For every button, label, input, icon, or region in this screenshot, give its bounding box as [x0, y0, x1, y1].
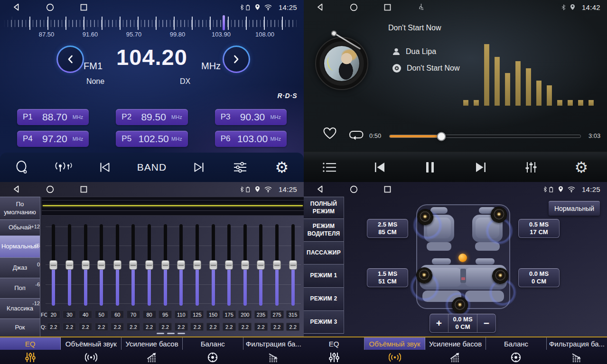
eq-slider-thumb[interactable]: [273, 260, 281, 270]
nav-recents-button[interactable]: [378, 186, 397, 193]
fc-value[interactable]: 150: [206, 310, 220, 318]
mode-driver[interactable]: РЕЖИМ ВОДИТЕЛЯ: [304, 218, 344, 241]
fc-value[interactable]: 50: [95, 310, 108, 318]
q-value[interactable]: 2.2: [111, 323, 124, 331]
tab-balance[interactable]: Баланс: [183, 337, 243, 350]
radio-stations-button[interactable]: [54, 160, 73, 174]
eq-slider-thumb[interactable]: [49, 260, 57, 270]
mode-2[interactable]: РЕЖИМ 2: [304, 287, 344, 310]
eq-band-slider[interactable]: [205, 224, 221, 307]
eq-preset-default[interactable]: По умолчанию: [0, 197, 40, 219]
scan-button[interactable]: [12, 160, 31, 174]
q-value[interactable]: 2.2: [175, 323, 188, 331]
tab-surround-icon-button[interactable]: [61, 350, 121, 364]
settings-button[interactable]: ⚙: [272, 160, 291, 175]
scroll-indicator[interactable]: [157, 333, 185, 334]
previous-track-button[interactable]: [370, 162, 389, 173]
eq-band-slider[interactable]: [285, 224, 301, 307]
tab-surround[interactable]: Объёмный звук: [364, 337, 425, 350]
nav-home-button[interactable]: [344, 3, 363, 11]
previous-station-button[interactable]: [95, 162, 114, 173]
eq-slider-thumb[interactable]: [82, 260, 90, 270]
mode-1[interactable]: РЕЖИМ 1: [304, 264, 344, 287]
fc-value[interactable]: 20: [47, 310, 60, 318]
eq-band-slider[interactable]: [189, 224, 205, 307]
q-value[interactable]: 2.2: [159, 323, 172, 331]
eq-band-slider[interactable]: [269, 224, 285, 307]
repeat-button[interactable]: [348, 129, 364, 142]
delay-front-left-button[interactable]: 2.5 MS 85 CM: [367, 219, 408, 238]
pause-button[interactable]: [420, 161, 439, 173]
nav-recents-button[interactable]: [74, 186, 93, 193]
eq-band-slider[interactable]: [93, 224, 110, 307]
preset-button-p5[interactable]: P5102.50MHz: [116, 131, 187, 147]
eq-slider-thumb[interactable]: [113, 260, 121, 270]
eq-slider-thumb[interactable]: [193, 260, 201, 270]
fc-value[interactable]: 95: [159, 310, 172, 318]
nav-recents-button[interactable]: [74, 4, 93, 11]
nav-home-button[interactable]: [40, 3, 59, 11]
fc-value[interactable]: 175: [223, 310, 236, 318]
delay-front-right-button[interactable]: 0.5 MS 17 CM: [518, 219, 560, 238]
tab-bass-boost[interactable]: Усиление басов: [121, 337, 182, 350]
mode-full[interactable]: ПОЛНЫЙ РЕЖИМ: [304, 197, 344, 218]
eq-band-slider[interactable]: [141, 224, 158, 307]
favorite-button[interactable]: [323, 127, 337, 142]
listening-position-marker[interactable]: [458, 254, 467, 262]
audio-settings-button[interactable]: [522, 161, 541, 173]
next-station-button[interactable]: [189, 162, 208, 173]
progress-thumb[interactable]: [437, 132, 446, 141]
q-value[interactable]: 2.2: [63, 323, 76, 331]
eq-band-slider[interactable]: [173, 224, 189, 307]
eq-preset-jazz[interactable]: Джаз: [0, 257, 40, 278]
preset-button-p1[interactable]: P188.70MHz: [17, 109, 89, 125]
preset-button-p6[interactable]: P6103.00MHz: [215, 131, 287, 147]
q-value[interactable]: 2.2: [286, 323, 299, 331]
delay-rear-left-button[interactable]: 1.5 MS 51 CM: [367, 268, 408, 287]
tab-eq-icon-button[interactable]: [0, 350, 61, 364]
sound-profile-button[interactable]: Нормальный: [549, 201, 600, 216]
eq-band-slider[interactable]: [110, 224, 126, 307]
fc-value[interactable]: 40: [79, 310, 92, 318]
tab-balance-icon-button[interactable]: [486, 350, 546, 364]
eq-band-slider[interactable]: [221, 224, 237, 307]
tab-surround-icon-button[interactable]: [364, 350, 425, 364]
settings-button[interactable]: ⚙: [572, 160, 591, 175]
tab-bass-boost[interactable]: Усиление басов: [425, 337, 486, 350]
eq-band-slider[interactable]: [253, 224, 269, 307]
nav-back-button[interactable]: [310, 3, 329, 11]
fc-value[interactable]: 200: [238, 310, 252, 318]
preset-button-p3[interactable]: P390.30MHz: [215, 109, 287, 125]
preset-button-p4[interactable]: P497.20MHz: [17, 131, 89, 147]
audio-settings-button[interactable]: [231, 161, 250, 173]
eq-band-slider[interactable]: [157, 224, 173, 307]
tab-surround[interactable]: Объёмный звук: [61, 337, 121, 350]
mode-3[interactable]: РЕЖИМ 3: [304, 310, 344, 334]
preset-button-p2[interactable]: P289.50MHz: [116, 109, 187, 125]
eq-preset-rock[interactable]: Рок: [0, 318, 40, 337]
eq-band-slider[interactable]: [77, 224, 93, 307]
q-value[interactable]: 2.2: [238, 323, 252, 331]
eq-slider-thumb[interactable]: [129, 260, 137, 270]
nav-home-button[interactable]: [40, 185, 59, 193]
eq-band-slider[interactable]: [62, 224, 78, 307]
delay-rear-right-button[interactable]: 0.0 MS 0 CM: [518, 268, 560, 287]
tab-filter[interactable]: Фильтрация ба...: [547, 337, 607, 350]
fc-value[interactable]: 30: [63, 310, 76, 318]
tab-balance[interactable]: Баланс: [486, 337, 547, 350]
q-value[interactable]: 2.2: [79, 323, 92, 331]
playlist-button[interactable]: [320, 162, 339, 173]
eq-band-slider[interactable]: [237, 224, 253, 307]
eq-band-slider[interactable]: [46, 224, 62, 307]
band-button[interactable]: BAND: [137, 162, 167, 173]
eq-slider-thumb[interactable]: [145, 260, 153, 270]
tab-balance-icon-button[interactable]: [182, 350, 243, 364]
eq-band-slider[interactable]: [125, 224, 141, 307]
tab-bass-boost-icon-button[interactable]: [425, 350, 486, 364]
next-track-button[interactable]: [471, 162, 490, 173]
nav-back-button[interactable]: [7, 3, 26, 11]
eq-slider-thumb[interactable]: [65, 260, 74, 270]
tune-down-button[interactable]: [56, 46, 84, 73]
eq-slider-thumb[interactable]: [289, 260, 297, 270]
delay-increase-button[interactable]: +: [430, 314, 448, 332]
